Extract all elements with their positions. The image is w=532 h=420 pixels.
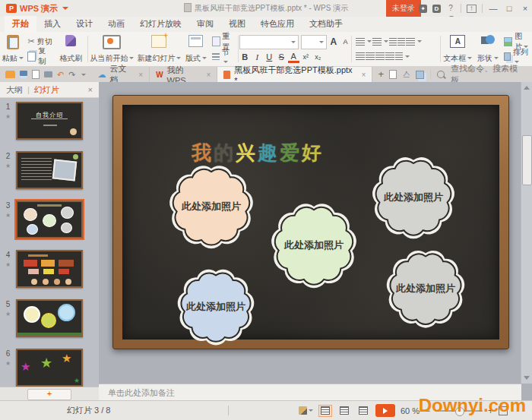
tab-my-wps[interactable]: W 我的WPS× <box>150 67 217 82</box>
tab-home[interactable]: 开始 <box>5 16 36 32</box>
scrollbar-thumb[interactable] <box>522 135 532 185</box>
justify-button[interactable] <box>385 52 394 60</box>
tab-design[interactable]: 设计 <box>68 16 100 32</box>
tab-doc-assistant[interactable]: 文档助手 <box>302 16 350 32</box>
app-menu-button[interactable]: P WPS 演示 <box>0 0 74 17</box>
chevron-down-icon[interactable] <box>309 409 313 412</box>
slide-thumbnail-1[interactable]: 1★ 自我介绍 <box>0 102 99 140</box>
line-spacing-button[interactable] <box>395 52 403 60</box>
reset-button[interactable]: 重置 <box>210 36 237 47</box>
font-name-select[interactable] <box>239 35 299 49</box>
chevron-down-icon[interactable] <box>81 74 86 76</box>
divider <box>228 406 229 415</box>
tab-special-features[interactable]: 特色应用 <box>253 16 302 32</box>
scroll-up-icon[interactable] <box>524 86 530 90</box>
grow-font-button[interactable]: A <box>329 36 339 48</box>
paste-button[interactable]: 粘贴 <box>0 32 25 66</box>
tab-review[interactable]: 审阅 <box>189 16 221 32</box>
close-icon[interactable]: × <box>138 71 143 79</box>
tab-cloud-docs[interactable]: ☁ 云文档× <box>91 67 150 82</box>
numbering-button[interactable] <box>372 38 382 46</box>
format-painter-button[interactable]: 格式刷 <box>55 32 86 66</box>
new-slide-button[interactable]: 新建幻灯片 <box>135 32 182 66</box>
text-direction-button[interactable] <box>406 38 415 46</box>
photo-placeholder-text[interactable]: 此处添加照片 <box>396 282 455 295</box>
minimize-button[interactable]: — <box>488 4 499 13</box>
italic-button[interactable]: I <box>252 52 263 63</box>
tab-view[interactable]: 视图 <box>221 16 253 32</box>
layout-button[interactable]: 版式 <box>182 32 209 66</box>
slide-thumbnail-3[interactable]: 3★ <box>0 201 99 238</box>
feedback-icon[interactable] <box>389 70 397 79</box>
divider <box>430 70 431 79</box>
pen-icon[interactable] <box>299 406 307 415</box>
arrange-button[interactable]: 排列 <box>502 51 532 62</box>
sync-icon[interactable] <box>405 5 413 13</box>
undo-icon[interactable]: ↶ <box>57 67 64 82</box>
theme-icon[interactable]: D <box>432 5 441 13</box>
photo-placeholder-text[interactable]: 此处添加照片 <box>384 191 443 204</box>
tab-insert[interactable]: 插入 <box>36 16 68 32</box>
increase-indent-button[interactable] <box>397 38 405 46</box>
redo-icon[interactable]: ↷ <box>68 67 75 82</box>
slide-thumbnail-2[interactable]: 2★ <box>0 151 99 189</box>
tab-animation[interactable]: 动画 <box>100 16 132 32</box>
bold-button[interactable]: B <box>239 52 251 63</box>
close-icon[interactable]: × <box>88 85 93 94</box>
open-icon[interactable] <box>5 71 15 78</box>
font-color-button[interactable]: A <box>288 52 299 63</box>
shapes-button[interactable]: 形状 <box>473 32 502 66</box>
scroll-down-icon[interactable] <box>524 376 530 380</box>
align-left-button[interactable] <box>356 52 365 60</box>
normal-view-button[interactable] <box>318 405 332 417</box>
close-button[interactable]: × <box>520 4 530 13</box>
photo-placeholder-text[interactable]: 此处添加照片 <box>284 238 344 252</box>
slideshow-play-button[interactable] <box>375 404 395 417</box>
settings-icon[interactable]: ✦ <box>419 5 427 13</box>
collapse-ribbon-icon[interactable]: ↑ <box>467 5 477 13</box>
switch-window-icon[interactable] <box>416 71 424 79</box>
help-icon[interactable]: ? <box>446 4 455 13</box>
strikethrough-button[interactable]: S <box>276 52 287 63</box>
transition-icon: ★ <box>0 113 16 120</box>
tab-slideshow[interactable]: 幻灯片放映 <box>132 16 189 32</box>
superscript-button[interactable]: x² <box>300 52 312 63</box>
close-icon[interactable]: × <box>207 71 211 79</box>
slide-thumbnail-4[interactable]: 4★ <box>0 250 99 288</box>
underline-button[interactable]: U <box>264 52 275 63</box>
slide-thumbnail-6[interactable]: 6★ ★ ★ ★ ★ <box>0 349 99 387</box>
thumbnail-preview <box>16 299 83 337</box>
account-icon[interactable]: 亼 <box>403 67 410 82</box>
slide-sorter-view-button[interactable] <box>337 405 351 417</box>
subscript-button[interactable]: x₂ <box>312 52 324 63</box>
photo-placeholder-text[interactable]: 此处添加照片 <box>182 200 241 213</box>
export-icon[interactable] <box>32 70 40 79</box>
vertical-scrollbar[interactable] <box>521 82 532 384</box>
save-icon[interactable] <box>20 71 27 78</box>
notes-placeholder: 单击此处添加备注 <box>108 387 175 399</box>
picture-button[interactable]: 图片 <box>502 36 532 47</box>
add-slide-button[interactable]: + <box>27 389 71 400</box>
copy-button[interactable]: 复制 <box>25 51 55 62</box>
tab-slides[interactable]: 幻灯片 <box>34 84 59 96</box>
align-right-button[interactable] <box>375 52 385 60</box>
reading-view-button[interactable] <box>356 405 370 417</box>
decrease-indent-button[interactable] <box>389 38 397 46</box>
new-document-tab-button[interactable]: + <box>372 67 389 82</box>
print-icon[interactable] <box>44 71 52 77</box>
slide-editor[interactable]: 我的兴趣爱好 此处添加照片此处添加照片此处添加照片此处添加照片此处添加照片 <box>112 95 509 349</box>
slide-thumbnail-5[interactable]: 5★ <box>0 299 99 337</box>
shrink-font-button[interactable]: A <box>340 36 350 48</box>
photo-placeholder-text[interactable]: 此处添加照片 <box>186 300 245 314</box>
tab-current-document[interactable]: 黑板风班干部竞选PPT模板.pptx *× <box>217 67 372 82</box>
play-from-current-button[interactable]: 从当前开始 <box>88 32 135 66</box>
font-size-select[interactable] <box>301 35 326 49</box>
align-center-button[interactable] <box>366 52 375 60</box>
textbox-button[interactable]: A 文本框 <box>442 32 473 66</box>
tab-outline[interactable]: 大纲 <box>6 84 23 96</box>
search-icon <box>437 71 445 78</box>
section-button[interactable]: 节 <box>210 51 237 62</box>
bullets-button[interactable] <box>356 38 365 46</box>
close-icon[interactable]: × <box>362 71 366 79</box>
maximize-button[interactable]: □ <box>504 4 515 13</box>
